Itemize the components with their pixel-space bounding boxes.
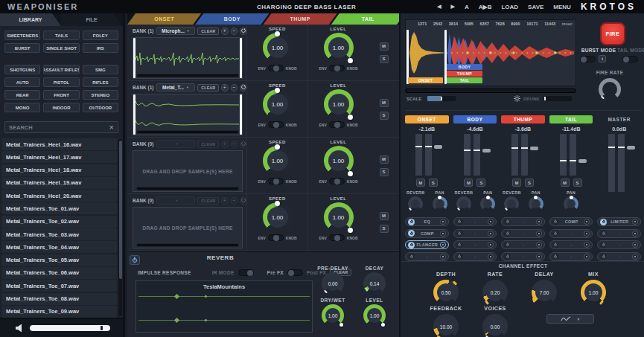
- mix-knob[interactable]: 1.00: [581, 280, 606, 305]
- search-input[interactable]: [9, 124, 109, 131]
- list-item[interactable]: Metal_Trainers_Toe_05.wav: [1, 254, 117, 266]
- bank-mute-button[interactable]: M: [380, 212, 389, 220]
- tab-thump[interactable]: THUMP: [264, 13, 337, 25]
- load-button[interactable]: LOAD: [501, 4, 518, 10]
- fx-slot-master-1[interactable]: LIMITER: [597, 217, 641, 226]
- dial-icon[interactable]: [488, 242, 494, 248]
- bank-drop-zone[interactable]: DRAG AND DROP SAMPLE(S) HERE: [133, 207, 243, 248]
- strip-mute-button[interactable]: M: [561, 179, 570, 187]
- env-knob-toggle[interactable]: [329, 121, 345, 128]
- dial-icon[interactable]: [632, 242, 638, 248]
- bank-remove-button[interactable]: −: [231, 28, 237, 35]
- category-button[interactable]: STEREO: [83, 90, 118, 100]
- ab-copy-button[interactable]: A▶B: [479, 4, 492, 10]
- fx-slot-onset-2[interactable]: COMP: [405, 229, 449, 238]
- tail-mode-toggle[interactable]: [622, 56, 638, 62]
- dial-icon[interactable]: [632, 254, 638, 260]
- dial-icon[interactable]: [536, 254, 542, 260]
- strip-header[interactable]: ONSET: [405, 115, 449, 123]
- fire-button[interactable]: FIRE: [600, 22, 625, 45]
- bank-mute-button[interactable]: M: [380, 42, 389, 51]
- env-knob-toggle[interactable]: [268, 178, 284, 184]
- list-item[interactable]: Metal_Trainers_Toe_01.wav: [1, 202, 117, 214]
- fx-slot-body-1[interactable]: -: [453, 217, 497, 226]
- power-icon[interactable]: [408, 219, 415, 225]
- fx-slot-master-2[interactable]: -: [597, 229, 641, 238]
- level-knob[interactable]: 1.00: [324, 89, 354, 119]
- dial-icon[interactable]: [632, 219, 638, 225]
- ab-a-button[interactable]: A: [465, 4, 469, 10]
- category-button[interactable]: SINGLE SHOT: [43, 43, 79, 53]
- list-item[interactable]: Metal_Trainers_Heel_18.wav: [1, 164, 117, 176]
- ir-mode-toggle[interactable]: [238, 269, 254, 276]
- waveform-scrollbar[interactable]: [136, 130, 239, 134]
- list-item[interactable]: Metal_Trainers_Toe_07.wav: [1, 280, 117, 292]
- strip-pan-knob[interactable]: [480, 196, 495, 211]
- bank-add-button[interactable]: +: [221, 141, 228, 148]
- reverb-level-knob[interactable]: 1.00: [363, 304, 386, 327]
- bank-clear-button[interactable]: CLEAR: [197, 197, 219, 205]
- category-button[interactable]: RIFLES: [83, 77, 118, 87]
- bank-solo-button[interactable]: S: [380, 112, 389, 120]
- bank-loop-icon[interactable]: [240, 197, 246, 205]
- power-icon[interactable]: [504, 230, 511, 237]
- fx-slot-onset-3[interactable]: FLANGER: [405, 240, 449, 249]
- level-knob[interactable]: 1.00: [324, 146, 354, 176]
- env-knob-toggle[interactable]: [329, 234, 345, 241]
- strip-solo-button[interactable]: S: [525, 179, 534, 187]
- fx-slot-tail-3[interactable]: -: [549, 240, 593, 249]
- dial-icon[interactable]: [488, 254, 494, 260]
- power-icon[interactable]: [408, 242, 415, 248]
- list-item[interactable]: Metal_Trainers_Toe_03.wav: [1, 228, 117, 240]
- body-segment-label[interactable]: BODY: [447, 64, 482, 70]
- level-knob[interactable]: 1.00: [324, 202, 354, 232]
- power-icon[interactable]: [408, 230, 415, 237]
- bank-mute-button[interactable]: M: [380, 155, 389, 164]
- strip-solo-button[interactable]: S: [476, 179, 485, 187]
- strip-fader[interactable]: [460, 134, 490, 176]
- category-button[interactable]: MONO: [4, 103, 40, 112]
- fx-slot-onset-4[interactable]: -: [405, 252, 449, 261]
- category-button[interactable]: PISTOL: [43, 77, 79, 87]
- search-clear-icon[interactable]: ×: [109, 123, 114, 132]
- power-icon[interactable]: [600, 230, 607, 237]
- list-item[interactable]: Metal_Trainers_Heel_17.wav: [1, 151, 117, 163]
- scale-slider[interactable]: [427, 96, 456, 101]
- power-icon[interactable]: [552, 219, 559, 225]
- dial-icon[interactable]: [440, 242, 446, 248]
- gear-icon[interactable]: [514, 95, 520, 102]
- power-icon[interactable]: [504, 253, 511, 260]
- category-button[interactable]: ASSAULT RIFLES: [43, 65, 79, 74]
- save-button[interactable]: SAVE: [528, 4, 543, 10]
- bank-sample-dropdown[interactable]: Metal_T...▼: [156, 83, 196, 92]
- tab-library[interactable]: LIBRARY: [0, 13, 61, 26]
- bank-add-button[interactable]: +: [221, 197, 228, 205]
- fx-slot-thump-4[interactable]: -: [501, 252, 545, 261]
- env-knob-toggle[interactable]: [329, 65, 345, 71]
- power-icon[interactable]: [600, 253, 607, 260]
- category-button[interactable]: OUTDOOR: [83, 103, 118, 112]
- list-scrollbar[interactable]: [118, 139, 122, 316]
- bank-solo-button[interactable]: S: [380, 225, 389, 233]
- env-knob-toggle[interactable]: [329, 178, 345, 184]
- power-icon[interactable]: [408, 253, 415, 260]
- list-item[interactable]: Metal_Trainers_Toe_02.wav: [1, 216, 117, 228]
- strip-mute-button[interactable]: M: [464, 179, 473, 187]
- dial-icon[interactable]: [536, 242, 542, 248]
- dial-icon[interactable]: [584, 219, 590, 225]
- fx-slot-thump-1[interactable]: -: [501, 217, 545, 226]
- prev-preset-button[interactable]: ◀: [437, 4, 441, 10]
- category-button[interactable]: SMG: [83, 65, 118, 74]
- power-icon[interactable]: [456, 230, 463, 237]
- bank-clear-button[interactable]: CLEAR: [197, 141, 219, 148]
- strip-reverb-knob[interactable]: [504, 196, 519, 211]
- category-button[interactable]: TAILS: [43, 31, 79, 40]
- dial-icon[interactable]: [440, 254, 446, 260]
- power-icon[interactable]: [456, 242, 463, 248]
- strip-fader[interactable]: [556, 134, 586, 176]
- strip-solo-button[interactable]: S: [429, 179, 438, 187]
- list-item[interactable]: Metal_Trainers_Heel_20.wav: [1, 190, 117, 202]
- fx-slot-body-2[interactable]: -: [453, 229, 497, 238]
- category-button[interactable]: REAR: [4, 90, 40, 100]
- list-item[interactable]: Metal_Trainers_Heel_16.wav: [1, 138, 117, 150]
